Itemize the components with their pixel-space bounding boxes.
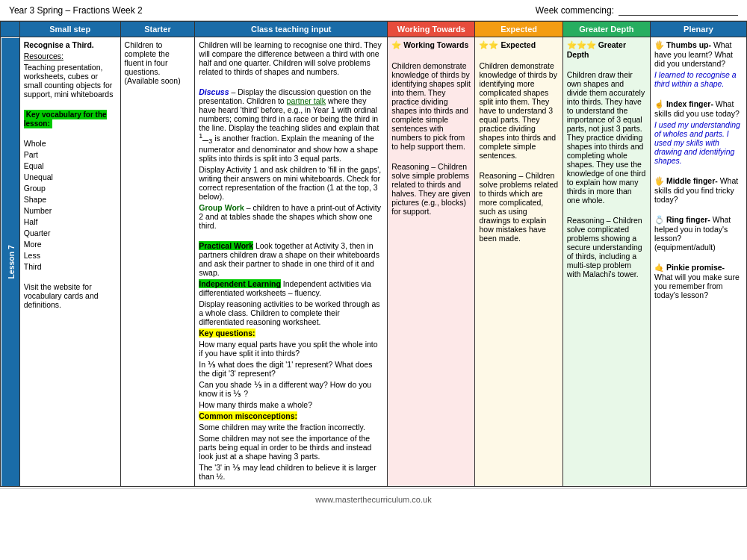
lesson-table: Small step Starter Class teaching input … <box>0 21 747 487</box>
week-commencing: Week commencing: <box>536 4 738 16</box>
independent-para: Independent Learning Independent activit… <box>199 279 383 297</box>
misconceptions-label: Common misconceptions: <box>199 411 383 420</box>
discuss-para: Discuss – Display the discussion questio… <box>199 87 383 163</box>
footer-url: www.masterthecurriculum.co.uk <box>315 495 431 504</box>
starter-text: Children to complete the fluent in four … <box>125 40 191 85</box>
wt-stars: ⭐ Working Towards <box>391 40 471 50</box>
vocab-half: Half <box>24 217 117 226</box>
lesson-number-cell: Lesson 7 <box>1 37 20 487</box>
vocab-less: Less <box>24 251 117 260</box>
vocab-shape: Shape <box>24 195 117 204</box>
exp-text: Children demonstrate knowledge of thirds… <box>479 61 558 160</box>
teaching-header: Class teaching input <box>195 22 388 37</box>
wt-reasoning: Reasoning – Children solve simple proble… <box>391 162 471 216</box>
vocab-quarter: Quarter <box>24 228 117 237</box>
plenary-index: ☝ Index finger- What skills did you use … <box>654 99 743 118</box>
independent-label: Independent Learning <box>199 279 281 288</box>
plenary-cell: 🖐 Thumbs up- What have you learnt? What … <box>650 37 746 487</box>
plenary-header: Plenary <box>650 22 746 37</box>
greater-depth-header: Greater Depth <box>562 22 650 37</box>
plenary-middle: 🖐 Middle finger- What skills did you fin… <box>654 176 743 204</box>
starter-header: Starter <box>120 22 195 37</box>
fraction-third-inline: 13 <box>199 134 212 143</box>
group-work-para: Group Work – children to have a print-ou… <box>199 203 383 230</box>
wt-text: Children demonstrate knowledge of thirds… <box>391 61 471 151</box>
small-step-header: Small step <box>19 22 120 37</box>
expected-cell: ⭐⭐ Expected Children demonstrate knowled… <box>475 37 562 487</box>
lesson-title-text: Recognise a Third. <box>24 40 94 49</box>
vocab-whole: Whole <box>24 139 117 148</box>
vocab-number: Number <box>24 206 117 215</box>
group-work-label: Group Work <box>199 203 244 212</box>
top-bar: Year 3 Spring – Fractions Week 2 Week co… <box>0 0 747 21</box>
gd-text: Children draw their own shapes and divid… <box>567 70 646 205</box>
misc1: Some children may write the fraction inc… <box>199 423 383 432</box>
misc3: The '3' in ⅓ may lead children to believ… <box>199 463 383 481</box>
vocab-equal: Equal <box>24 161 117 170</box>
vocab-unequal: Unequal <box>24 172 117 181</box>
plenary-ring: 💍 Ring finger- What helped you in today'… <box>654 215 743 252</box>
kq3: Can you shade ⅓ in a different way? How … <box>199 380 383 398</box>
kq2: In ⅓ what does the digit '1' represent? … <box>199 360 383 378</box>
misc2: Some children may not see the importance… <box>199 434 383 461</box>
teaching-cell: Children will be learning to recognise o… <box>195 37 388 487</box>
gd-reasoning: Reasoning – Children solve complicated p… <box>567 216 646 279</box>
plenary-index-text: I used my understanding of wholes and pa… <box>654 120 743 165</box>
column-headers: Small step Starter Class teaching input … <box>1 22 747 37</box>
resources-text: Teaching presentation, worksheets, cubes… <box>24 63 117 99</box>
lesson-number: Lesson 7 <box>7 245 16 279</box>
display-activity1: Display Activity 1 and ask children to '… <box>199 165 383 201</box>
vocab-group: Group <box>24 184 117 193</box>
resources-label: Resources: <box>24 52 63 60</box>
working-towards-header: Working Towards <box>388 22 475 37</box>
practical-para: Practical Work Look together at Activity… <box>199 241 383 277</box>
small-step-cell: Recognise a Third. Resources: Teaching p… <box>19 37 120 487</box>
partner-talk: partner talk <box>287 96 326 105</box>
teaching-intro: Children will be learning to recognise o… <box>199 40 383 76</box>
plenary-pinkie: 🤙 Pinkie promise- What will you make sur… <box>654 263 743 299</box>
lesson-title: Year 3 Spring – Fractions Week 2 <box>9 5 143 16</box>
greater-depth-cell: ⭐⭐⭐ Greater Depth Children draw their ow… <box>562 37 650 487</box>
plenary-learned: I learned to recognise a third within a … <box>654 70 743 88</box>
footer: www.masterthecurriculum.co.uk <box>0 488 747 510</box>
key-questions-label: Key questions: <box>199 329 383 337</box>
practical-label: Practical Work <box>199 241 253 250</box>
lesson-row: Lesson 7 Recognise a Third. Resources: T… <box>1 37 747 487</box>
kq4: How many thirds make a whole? <box>199 400 383 409</box>
display-reasoning: Display reasoning activities to be worke… <box>199 299 383 326</box>
lesson-col-header <box>1 22 20 37</box>
exp-stars: ⭐⭐ Expected <box>479 40 558 50</box>
vocab-third: Third <box>24 262 117 271</box>
kq1: How many equal parts have you split the … <box>199 340 383 358</box>
exp-reasoning: Reasoning – Children solve problems rela… <box>479 171 558 243</box>
gd-stars: ⭐⭐⭐ Greater Depth <box>567 40 646 59</box>
expected-header: Expected <box>475 22 562 37</box>
vocab-part: Part <box>24 150 117 159</box>
starter-cell: Children to complete the fluent in four … <box>120 37 195 487</box>
visit-text: Visit the website for vocabulary cards a… <box>24 282 117 309</box>
discuss-label: Discuss <box>199 87 229 96</box>
key-vocab-label: Key vocabulary for the lesson: <box>24 110 107 128</box>
plenary-thumbs: 🖐 Thumbs up- What have you learnt? What … <box>654 40 743 68</box>
working-towards-cell: ⭐ Working Towards Children demonstrate k… <box>388 37 475 487</box>
vocab-more: More <box>24 240 117 249</box>
